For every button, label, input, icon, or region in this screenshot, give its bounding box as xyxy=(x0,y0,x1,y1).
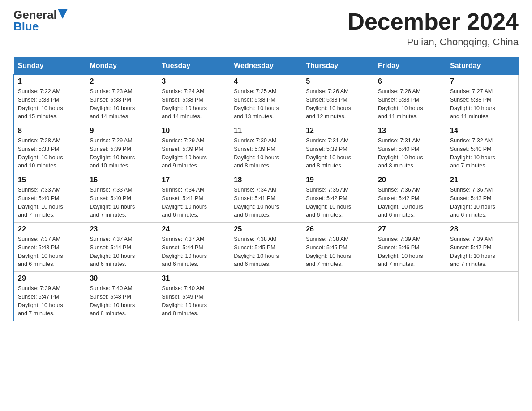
day-number: 21 xyxy=(450,176,515,184)
calendar-cell: 4 Sunrise: 7:25 AM Sunset: 5:38 PM Dayli… xyxy=(230,75,302,124)
calendar-cell xyxy=(446,272,519,321)
calendar-table: SundayMondayTuesdayWednesdayThursdayFrid… xyxy=(13,57,519,321)
day-info: Sunrise: 7:26 AM Sunset: 5:38 PM Dayligh… xyxy=(378,87,442,121)
calendar-cell: 24 Sunrise: 7:37 AM Sunset: 5:44 PM Dayl… xyxy=(158,223,230,272)
day-number: 31 xyxy=(162,274,226,283)
day-info: Sunrise: 7:39 AM Sunset: 5:47 PM Dayligh… xyxy=(18,284,82,318)
header-cell-friday: Friday xyxy=(374,57,446,75)
day-number: 15 xyxy=(18,176,82,184)
calendar-cell: 17 Sunrise: 7:34 AM Sunset: 5:41 PM Dayl… xyxy=(158,173,230,223)
location-title: Pulian, Chongqing, China xyxy=(348,36,519,48)
day-info: Sunrise: 7:34 AM Sunset: 5:41 PM Dayligh… xyxy=(234,186,298,219)
day-info: Sunrise: 7:36 AM Sunset: 5:43 PM Dayligh… xyxy=(450,186,515,219)
month-title: December 2024 xyxy=(348,9,519,34)
day-info: Sunrise: 7:36 AM Sunset: 5:42 PM Dayligh… xyxy=(378,186,442,219)
calendar-row: 29 Sunrise: 7:39 AM Sunset: 5:47 PM Dayl… xyxy=(14,272,519,321)
calendar-cell: 12 Sunrise: 7:31 AM Sunset: 5:39 PM Dayl… xyxy=(302,124,374,173)
calendar-cell xyxy=(230,272,302,321)
logo-triangle-icon xyxy=(58,9,68,19)
calendar-row: 22 Sunrise: 7:37 AM Sunset: 5:43 PM Dayl… xyxy=(14,223,519,272)
calendar-cell: 26 Sunrise: 7:38 AM Sunset: 5:45 PM Dayl… xyxy=(302,223,374,272)
day-info: Sunrise: 7:24 AM Sunset: 5:38 PM Dayligh… xyxy=(162,87,226,121)
day-number: 2 xyxy=(90,77,154,86)
calendar-cell: 30 Sunrise: 7:40 AM Sunset: 5:48 PM Dayl… xyxy=(86,272,158,321)
day-number: 28 xyxy=(450,225,515,233)
calendar-cell: 23 Sunrise: 7:37 AM Sunset: 5:44 PM Dayl… xyxy=(86,223,158,272)
day-info: Sunrise: 7:31 AM Sunset: 5:40 PM Dayligh… xyxy=(378,137,442,170)
calendar-row: 1 Sunrise: 7:22 AM Sunset: 5:38 PM Dayli… xyxy=(14,75,519,124)
day-number: 30 xyxy=(90,274,154,283)
calendar-cell: 16 Sunrise: 7:33 AM Sunset: 5:40 PM Dayl… xyxy=(86,173,158,223)
day-info: Sunrise: 7:34 AM Sunset: 5:41 PM Dayligh… xyxy=(162,186,226,219)
day-info: Sunrise: 7:33 AM Sunset: 5:40 PM Dayligh… xyxy=(18,186,82,219)
day-info: Sunrise: 7:28 AM Sunset: 5:38 PM Dayligh… xyxy=(18,137,82,170)
day-number: 25 xyxy=(234,225,298,233)
day-info: Sunrise: 7:27 AM Sunset: 5:38 PM Dayligh… xyxy=(450,87,515,121)
day-number: 17 xyxy=(162,176,226,184)
day-number: 1 xyxy=(18,77,82,86)
header-cell-thursday: Thursday xyxy=(302,57,374,75)
calendar-cell: 10 Sunrise: 7:29 AM Sunset: 5:39 PM Dayl… xyxy=(158,124,230,173)
day-number: 7 xyxy=(450,77,515,86)
day-number: 9 xyxy=(90,127,154,135)
day-info: Sunrise: 7:23 AM Sunset: 5:38 PM Dayligh… xyxy=(90,87,154,121)
day-number: 19 xyxy=(306,176,370,184)
day-info: Sunrise: 7:38 AM Sunset: 5:45 PM Dayligh… xyxy=(306,235,370,269)
day-number: 24 xyxy=(162,225,226,233)
day-info: Sunrise: 7:29 AM Sunset: 5:39 PM Dayligh… xyxy=(162,137,226,170)
day-info: Sunrise: 7:31 AM Sunset: 5:39 PM Dayligh… xyxy=(306,137,370,170)
title-block: December 2024 Pulian, Chongqing, China xyxy=(348,9,519,48)
logo-general-text: General xyxy=(13,9,57,21)
calendar-header-row: SundayMondayTuesdayWednesdayThursdayFrid… xyxy=(14,57,519,75)
day-info: Sunrise: 7:40 AM Sunset: 5:48 PM Dayligh… xyxy=(90,284,154,318)
day-number: 29 xyxy=(18,274,82,283)
day-info: Sunrise: 7:38 AM Sunset: 5:45 PM Dayligh… xyxy=(234,235,298,269)
day-info: Sunrise: 7:30 AM Sunset: 5:39 PM Dayligh… xyxy=(234,137,298,170)
header-cell-monday: Monday xyxy=(86,57,158,75)
calendar-cell: 29 Sunrise: 7:39 AM Sunset: 5:47 PM Dayl… xyxy=(14,272,86,321)
calendar-row: 15 Sunrise: 7:33 AM Sunset: 5:40 PM Dayl… xyxy=(14,173,519,223)
day-info: Sunrise: 7:35 AM Sunset: 5:42 PM Dayligh… xyxy=(306,186,370,219)
logo: General Blue xyxy=(13,9,68,32)
day-info: Sunrise: 7:29 AM Sunset: 5:39 PM Dayligh… xyxy=(90,137,154,170)
day-number: 8 xyxy=(18,127,82,135)
calendar-cell: 5 Sunrise: 7:26 AM Sunset: 5:38 PM Dayli… xyxy=(302,75,374,124)
day-number: 26 xyxy=(306,225,370,233)
calendar-cell: 19 Sunrise: 7:35 AM Sunset: 5:42 PM Dayl… xyxy=(302,173,374,223)
day-number: 6 xyxy=(378,77,442,86)
day-info: Sunrise: 7:37 AM Sunset: 5:44 PM Dayligh… xyxy=(90,235,154,269)
calendar-cell: 1 Sunrise: 7:22 AM Sunset: 5:38 PM Dayli… xyxy=(14,75,86,124)
calendar-cell: 6 Sunrise: 7:26 AM Sunset: 5:38 PM Dayli… xyxy=(374,75,446,124)
calendar-cell: 8 Sunrise: 7:28 AM Sunset: 5:38 PM Dayli… xyxy=(14,124,86,173)
calendar-cell: 22 Sunrise: 7:37 AM Sunset: 5:43 PM Dayl… xyxy=(14,223,86,272)
header-cell-saturday: Saturday xyxy=(446,57,519,75)
header-cell-tuesday: Tuesday xyxy=(158,57,230,75)
day-number: 18 xyxy=(234,176,298,184)
svg-marker-0 xyxy=(58,9,68,19)
day-number: 13 xyxy=(378,127,442,135)
day-number: 14 xyxy=(450,127,515,135)
calendar-cell xyxy=(374,272,446,321)
day-number: 5 xyxy=(306,77,370,86)
calendar-cell: 14 Sunrise: 7:32 AM Sunset: 5:40 PM Dayl… xyxy=(446,124,519,173)
calendar-cell: 20 Sunrise: 7:36 AM Sunset: 5:42 PM Dayl… xyxy=(374,173,446,223)
day-number: 10 xyxy=(162,127,226,135)
day-number: 23 xyxy=(90,225,154,233)
day-number: 20 xyxy=(378,176,442,184)
day-info: Sunrise: 7:33 AM Sunset: 5:40 PM Dayligh… xyxy=(90,186,154,219)
day-number: 22 xyxy=(18,225,82,233)
calendar-cell: 3 Sunrise: 7:24 AM Sunset: 5:38 PM Dayli… xyxy=(158,75,230,124)
day-info: Sunrise: 7:37 AM Sunset: 5:43 PM Dayligh… xyxy=(18,235,82,269)
calendar-cell: 21 Sunrise: 7:36 AM Sunset: 5:43 PM Dayl… xyxy=(446,173,519,223)
day-info: Sunrise: 7:25 AM Sunset: 5:38 PM Dayligh… xyxy=(234,87,298,121)
day-info: Sunrise: 7:37 AM Sunset: 5:44 PM Dayligh… xyxy=(162,235,226,269)
day-info: Sunrise: 7:39 AM Sunset: 5:47 PM Dayligh… xyxy=(450,235,515,269)
header-cell-wednesday: Wednesday xyxy=(230,57,302,75)
day-number: 3 xyxy=(162,77,226,86)
day-info: Sunrise: 7:26 AM Sunset: 5:38 PM Dayligh… xyxy=(306,87,370,121)
logo-blue-text: Blue xyxy=(13,21,39,32)
calendar-cell: 2 Sunrise: 7:23 AM Sunset: 5:38 PM Dayli… xyxy=(86,75,158,124)
calendar-cell: 15 Sunrise: 7:33 AM Sunset: 5:40 PM Dayl… xyxy=(14,173,86,223)
day-number: 4 xyxy=(234,77,298,86)
calendar-cell: 11 Sunrise: 7:30 AM Sunset: 5:39 PM Dayl… xyxy=(230,124,302,173)
